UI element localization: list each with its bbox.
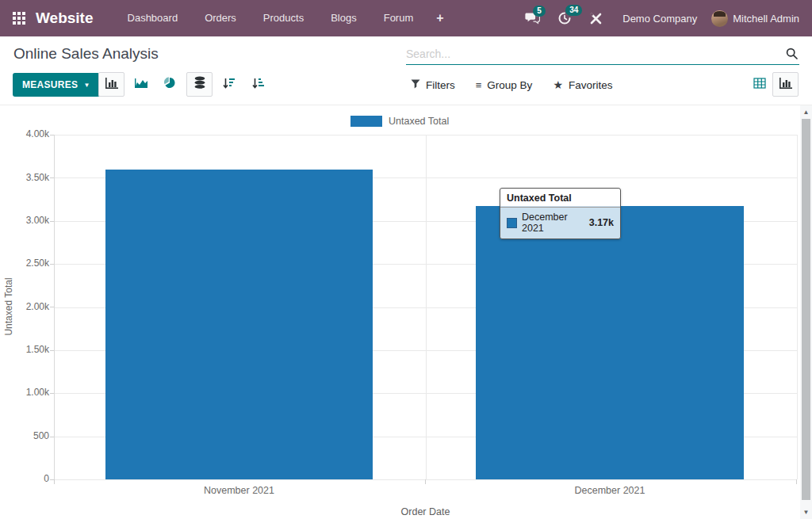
crossed-tools-icon bbox=[589, 12, 603, 25]
nav-item-blogs[interactable]: Blogs bbox=[317, 0, 370, 36]
company-switcher[interactable]: Demo Company bbox=[622, 13, 697, 25]
star-icon: ★ bbox=[553, 78, 563, 91]
group-by-icon: ≡ bbox=[476, 79, 482, 91]
page-title: Online Sales Analysis bbox=[13, 45, 159, 63]
search-icon[interactable] bbox=[786, 48, 798, 63]
search-facets: Filters ≡ Group By ★ Favorites bbox=[411, 71, 612, 98]
app-brand[interactable]: Website bbox=[36, 10, 94, 27]
user-avatar[interactable] bbox=[711, 10, 728, 27]
app-window: Website Dashboard Orders Products Blogs … bbox=[0, 0, 812, 519]
activities-count-badge: 34 bbox=[565, 5, 582, 16]
y-tick: 2.00k bbox=[0, 301, 49, 312]
nav-item-products[interactable]: Products bbox=[250, 0, 317, 36]
tooltip-header: Untaxed Total bbox=[500, 189, 620, 208]
graph-view: Untaxed Total Untaxed Total 4.00k 3.50k … bbox=[0, 105, 812, 519]
sort-amount-desc-icon bbox=[222, 77, 236, 93]
debug-tools-button[interactable] bbox=[589, 12, 603, 25]
tooltip-label: December 2021 bbox=[522, 212, 583, 234]
area-chart-icon bbox=[134, 77, 148, 93]
new-content-button[interactable]: + bbox=[427, 0, 453, 36]
view-switcher bbox=[746, 72, 799, 97]
nav-item-orders[interactable]: Orders bbox=[191, 0, 250, 36]
y-tick: 0 bbox=[0, 473, 49, 484]
y-tick: 500 bbox=[0, 430, 49, 441]
tooltip-row: December 2021 3.17k bbox=[500, 208, 620, 239]
measures-button[interactable]: MEASURES ▼ bbox=[13, 73, 100, 97]
search-input[interactable] bbox=[406, 43, 780, 64]
tooltip-swatch bbox=[507, 218, 517, 228]
favorites-menu[interactable]: ★ Favorites bbox=[553, 78, 612, 91]
pie-chart-icon bbox=[163, 76, 177, 93]
chart-tooltip: Untaxed Total December 2021 3.17k bbox=[500, 188, 621, 239]
chevron-down-icon: ▼ bbox=[83, 82, 90, 89]
messages-button[interactable]: 5 bbox=[525, 12, 540, 25]
bar-december-2021[interactable] bbox=[476, 206, 744, 479]
scroll-down-arrow[interactable]: ▼ bbox=[800, 506, 812, 518]
messages-count-badge: 5 bbox=[533, 6, 546, 17]
x-tick-december: December 2021 bbox=[476, 485, 744, 496]
database-icon bbox=[193, 76, 206, 93]
scrollbar-thumb[interactable] bbox=[802, 119, 810, 500]
chart-type-group bbox=[98, 72, 271, 97]
bar-chart-icon bbox=[779, 77, 793, 93]
nav-item-forum[interactable]: Forum bbox=[370, 0, 427, 36]
x-tick-november: November 2021 bbox=[105, 485, 373, 496]
x-axis-title: Order Date bbox=[54, 506, 797, 517]
bar-november-2021[interactable] bbox=[105, 170, 373, 479]
chart-legend[interactable]: Untaxed Total bbox=[350, 116, 449, 127]
tooltip-value: 3.17k bbox=[589, 217, 614, 228]
legend-swatch bbox=[350, 116, 382, 127]
top-navbar: Website Dashboard Orders Products Blogs … bbox=[0, 0, 812, 36]
graph-view-button[interactable] bbox=[772, 72, 799, 97]
pie-chart-mode-button[interactable] bbox=[157, 72, 183, 97]
user-menu[interactable]: Mitchell Admin bbox=[733, 13, 799, 25]
stacked-toggle-button[interactable] bbox=[186, 72, 213, 97]
plot-area bbox=[54, 135, 797, 479]
scroll-up-arrow[interactable]: ▲ bbox=[800, 106, 812, 118]
toolbar: MEASURES ▼ bbox=[0, 71, 812, 98]
bar-chart-mode-button[interactable] bbox=[98, 72, 124, 97]
y-tick: 3.00k bbox=[0, 215, 49, 226]
filters-menu[interactable]: Filters bbox=[411, 79, 455, 91]
apps-menu-icon[interactable] bbox=[13, 12, 25, 25]
vertical-scrollbar[interactable]: ▲ ▼ bbox=[800, 105, 812, 519]
y-tick: 4.00k bbox=[0, 128, 49, 139]
group-by-menu[interactable]: ≡ Group By bbox=[476, 79, 533, 91]
y-tick: 1.50k bbox=[0, 344, 49, 355]
filter-icon bbox=[411, 79, 420, 91]
area-chart-mode-button[interactable] bbox=[128, 72, 154, 97]
y-tick: 3.50k bbox=[0, 172, 49, 183]
list-view-button[interactable] bbox=[746, 72, 772, 97]
table-grid-icon bbox=[753, 78, 766, 92]
sort-amount-asc-icon bbox=[251, 77, 265, 93]
y-tick: 1.00k bbox=[0, 387, 49, 398]
search-box bbox=[406, 43, 799, 65]
sort-desc-button[interactable] bbox=[216, 72, 242, 97]
legend-label: Untaxed Total bbox=[389, 116, 449, 127]
activities-button[interactable]: 34 bbox=[557, 11, 572, 25]
nav-item-dashboard[interactable]: Dashboard bbox=[114, 0, 192, 36]
bar-chart-icon bbox=[105, 77, 119, 93]
control-panel: Online Sales Analysis MEASURES ▼ bbox=[0, 36, 812, 105]
y-tick: 2.50k bbox=[0, 258, 49, 269]
sort-asc-button[interactable] bbox=[245, 72, 271, 97]
